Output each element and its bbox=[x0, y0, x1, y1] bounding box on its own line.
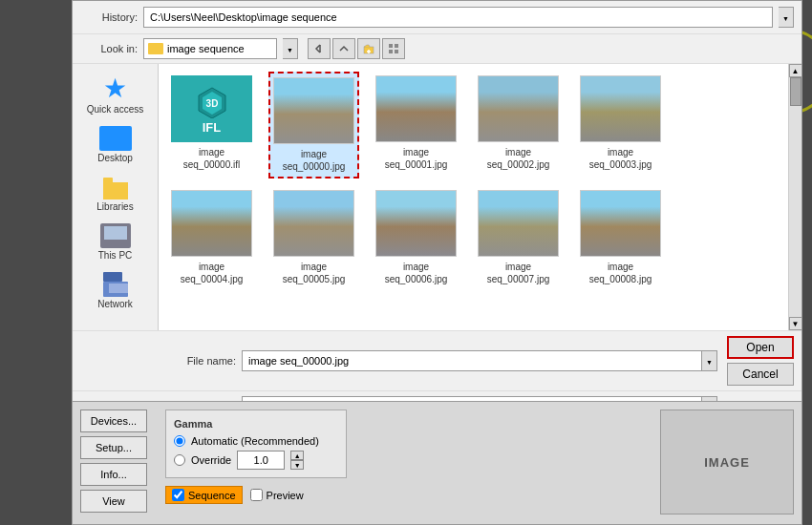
file-thumb-jpg-7 bbox=[478, 190, 559, 257]
file-thumb-jpg-0 bbox=[273, 77, 354, 144]
ifl-icon-svg: 3D bbox=[195, 84, 229, 118]
file-item-jpg-4[interactable]: imageseq_00004.jpg bbox=[166, 186, 257, 289]
sidebar: ★ Quick access Desktop Libraries This PC bbox=[73, 64, 159, 330]
sidebar-label-quick-access: Quick access bbox=[87, 104, 143, 115]
lookin-dropdown-btn[interactable] bbox=[283, 38, 298, 59]
override-value-input[interactable] bbox=[237, 451, 285, 470]
file-item-ifl[interactable]: 3D IFL imageseq_00000.ifl bbox=[166, 72, 257, 178]
automatic-radio[interactable] bbox=[174, 435, 185, 447]
filename-value-text: image seq_00000.jpg bbox=[248, 355, 349, 367]
file-thumb-jpg-6 bbox=[375, 190, 457, 257]
lookin-label: Look in: bbox=[80, 43, 138, 54]
svg-text:3D: 3D bbox=[205, 98, 218, 109]
spin-up-btn[interactable]: ▲ bbox=[290, 451, 304, 460]
file-thumb-jpg-4 bbox=[171, 190, 252, 257]
file-item-jpg-6[interactable]: imageseq_00006.jpg bbox=[371, 186, 461, 289]
scroll-up-btn[interactable]: ▲ bbox=[789, 64, 802, 77]
filename-row: File name: image seq_00000.jpg Open Canc… bbox=[73, 330, 801, 390]
action-buttons: Open Cancel bbox=[727, 336, 794, 386]
filename-dropdown-btn[interactable] bbox=[702, 350, 717, 371]
star-icon: ★ bbox=[103, 75, 127, 102]
info-button[interactable]: Info... bbox=[80, 463, 147, 486]
toolbar-buttons bbox=[308, 38, 405, 59]
file-name-ifl: imageseq_00000.ifl bbox=[183, 146, 241, 171]
sequence-label: Sequence bbox=[188, 490, 236, 501]
sidebar-label-network: Network bbox=[97, 299, 133, 309]
sidebar-item-desktop[interactable]: Desktop bbox=[78, 122, 153, 167]
new-folder-btn[interactable] bbox=[357, 38, 380, 59]
file-item-jpg-2[interactable]: imageseq_00002.jpg bbox=[473, 72, 564, 178]
file-name-jpg-1: imageseq_00001.jpg bbox=[385, 146, 448, 171]
image-preview-label: IMAGE bbox=[704, 455, 750, 470]
history-row: History: C:\Users\Neel\Desktop\image seq… bbox=[73, 1, 801, 33]
net-screen bbox=[109, 284, 128, 293]
sidebar-label-desktop: Desktop bbox=[97, 153, 133, 163]
scrollbar[interactable]: ▲ ▼ bbox=[788, 64, 801, 330]
file-thumb-jpg-1 bbox=[375, 75, 457, 142]
file-name-jpg-5: imageseq_00005.jpg bbox=[283, 261, 346, 285]
file-item-jpg-0[interactable]: imageseq_00000.jpg bbox=[268, 72, 359, 178]
filename-label: File name: bbox=[174, 355, 236, 367]
scroll-down-btn[interactable]: ▼ bbox=[789, 317, 802, 330]
file-name-jpg-3: imageseq_00003.jpg bbox=[589, 146, 652, 171]
file-item-jpg-3[interactable]: imageseq_00003.jpg bbox=[575, 72, 666, 178]
svg-rect-2 bbox=[395, 44, 398, 48]
libraries-icon bbox=[101, 175, 130, 200]
lookin-combo[interactable]: image sequence bbox=[143, 38, 277, 59]
sequence-checkbox[interactable] bbox=[172, 489, 184, 501]
file-thumb-jpg-5 bbox=[273, 190, 354, 257]
sidebar-item-thispc[interactable]: This PC bbox=[78, 220, 153, 264]
svg-rect-4 bbox=[395, 50, 398, 53]
gamma-title: Gamma bbox=[174, 418, 338, 430]
svg-rect-1 bbox=[389, 44, 393, 48]
net-monitor bbox=[103, 282, 128, 297]
view-button[interactable]: View bbox=[80, 490, 147, 513]
scroll-thumb[interactable] bbox=[790, 77, 801, 106]
pc-screen bbox=[104, 226, 127, 240]
scroll-track bbox=[790, 77, 801, 317]
file-browser[interactable]: 3D IFL imageseq_00000.ifl imageseq_00000… bbox=[159, 64, 788, 330]
img-scene-2 bbox=[479, 75, 558, 142]
file-thumb-jpg-3 bbox=[580, 75, 661, 142]
history-dropdown-btn[interactable] bbox=[779, 7, 794, 28]
setup-button[interactable]: Setup... bbox=[80, 436, 147, 459]
history-input[interactable]: C:\Users\Neel\Desktop\image sequence bbox=[143, 7, 773, 28]
history-path-text: C:\Users\Neel\Desktop\image sequence bbox=[150, 11, 337, 23]
file-name-jpg-7: imageseq_00007.jpg bbox=[487, 261, 550, 285]
img-scene-1 bbox=[376, 75, 456, 142]
sidebar-item-network[interactable]: Network bbox=[78, 268, 153, 313]
file-item-jpg-5[interactable]: imageseq_00005.jpg bbox=[268, 186, 359, 289]
nav-up-btn[interactable] bbox=[332, 38, 355, 59]
sidebar-item-quick-access[interactable]: ★ Quick access bbox=[78, 72, 153, 118]
file-item-jpg-1[interactable]: imageseq_00001.jpg bbox=[371, 72, 461, 178]
img-scene-7 bbox=[479, 190, 558, 257]
preview-label: Preview bbox=[267, 490, 304, 501]
spin-down-btn[interactable]: ▼ bbox=[290, 460, 304, 470]
main-area: ★ Quick access Desktop Libraries This PC bbox=[73, 63, 801, 330]
cancel-button[interactable]: Cancel bbox=[727, 363, 794, 386]
open-button[interactable]: Open bbox=[727, 336, 794, 359]
file-name-jpg-2: imageseq_00002.jpg bbox=[487, 146, 550, 171]
preview-checkbox[interactable] bbox=[250, 489, 263, 501]
devices-button[interactable]: Devices... bbox=[80, 410, 147, 432]
folder-small-icon bbox=[148, 43, 163, 54]
filename-dropdown-icon bbox=[706, 355, 713, 367]
file-item-jpg-7[interactable]: imageseq_00007.jpg bbox=[473, 186, 564, 289]
automatic-radio-row: Automatic (Recommended) bbox=[174, 435, 338, 447]
lookin-row: Look in: image sequence bbox=[73, 33, 801, 63]
history-dropdown-icon bbox=[782, 11, 789, 23]
nav-back-btn[interactable] bbox=[308, 38, 331, 59]
file-thumb-jpg-8 bbox=[580, 190, 661, 257]
svg-rect-3 bbox=[389, 50, 393, 53]
img-scene-3 bbox=[581, 75, 660, 142]
filename-input[interactable]: image seq_00000.jpg bbox=[242, 350, 702, 371]
sidebar-item-libraries[interactable]: Libraries bbox=[78, 171, 153, 216]
image-preview: IMAGE bbox=[660, 410, 794, 514]
img-scene-0 bbox=[274, 77, 353, 144]
bottom-panel: Devices... Setup... Info... View Gamma A… bbox=[72, 401, 802, 525]
view-options-btn[interactable] bbox=[382, 38, 405, 59]
file-open-dialog: History: C:\Users\Neel\Desktop\image seq… bbox=[72, 0, 802, 401]
override-radio[interactable] bbox=[174, 454, 185, 466]
file-item-jpg-8[interactable]: imageseq_00008.jpg bbox=[575, 186, 666, 289]
libraries-folder-body bbox=[103, 182, 128, 200]
